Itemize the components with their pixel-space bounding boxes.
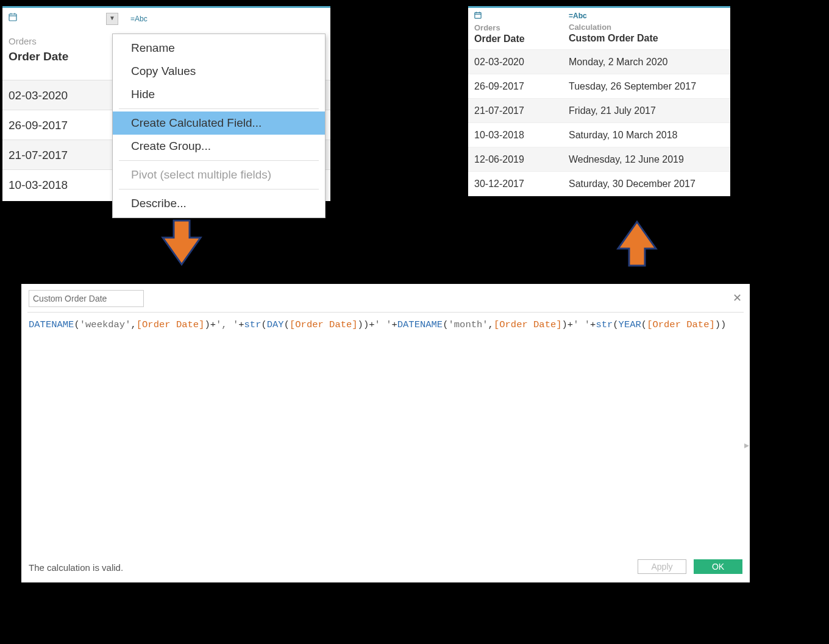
calculated-field-editor: Custom Order Date ✕ DATENAME('weekday',[… [21, 284, 750, 582]
cell-order-date: 10-03-2018 [468, 123, 563, 147]
table-row[interactable]: 02-03-2020Monday, 2 March 2020 [468, 50, 730, 74]
svg-rect-4 [475, 13, 481, 18]
arrow-up-icon [616, 219, 658, 267]
column-menu-dropdown[interactable]: ▼ [106, 13, 118, 25]
menu-item-copy[interactable]: Copy Values [113, 60, 325, 83]
menu-item-hide[interactable]: Hide [113, 83, 325, 106]
cell-custom-order-date: Monday, 2 March 2020 [563, 50, 730, 74]
arrow-down-icon [160, 219, 203, 267]
menu-item-rename[interactable]: Rename [113, 37, 325, 60]
menu-item-create-calculated-field[interactable]: Create Calculated Field... [113, 111, 325, 135]
calc-abc-type-icon: =Abc [130, 15, 148, 23]
expand-handle-icon[interactable]: ▸ [742, 436, 751, 455]
column-header-order-date[interactable]: ▼ Orders Order Date [2, 8, 124, 80]
calc-formula-editor[interactable]: DATENAME('weekday',[Order Date])+', '+st… [29, 319, 738, 330]
calc-status-text: The calculation is valid. [29, 562, 123, 573]
cell-custom-order-date: Saturday, 10 March 2018 [563, 123, 730, 147]
cell-custom-order-date: Saturday, 30 December 2017 [563, 172, 730, 196]
menu-separator [119, 108, 319, 109]
right-data-grid: Orders Order Date =Abc Calculation Custo… [468, 6, 730, 196]
calc-name-input[interactable]: Custom Order Date [29, 290, 144, 307]
apply-button[interactable]: Apply [638, 559, 686, 574]
column-source-label: Calculation [569, 23, 724, 32]
table-row[interactable]: 10-03-2018Saturday, 10 March 2018 [468, 123, 730, 147]
column-header-custom-order-date[interactable]: =Abc Calculation Custom Order Date [563, 8, 730, 50]
cell-order-date: 02-03-2020 [468, 50, 563, 74]
table-row[interactable]: 12-06-2019Wednesday, 12 June 2019 [468, 147, 730, 172]
cell-order-date: 21-07-2017 [468, 99, 563, 123]
left-data-grid: ▼ Orders Order Date =Abc 02-03-202026-09… [2, 6, 330, 201]
table-row[interactable]: 30-12-2017Saturday, 30 December 2017 [468, 172, 730, 196]
cell-order-date: 30-12-2017 [468, 172, 563, 196]
column-field-name: Custom Order Date [569, 33, 724, 44]
column-source-label: Orders [474, 23, 557, 32]
menu-item-describe[interactable]: Describe... [113, 192, 325, 215]
table-row[interactable]: 21-07-2017Friday, 21 July 2017 [468, 99, 730, 123]
menu-separator [119, 189, 319, 189]
cell-custom-order-date: Tuesday, 26 September 2017 [563, 74, 730, 99]
svg-rect-0 [9, 14, 16, 21]
column-header-order-date[interactable]: Orders Order Date [468, 8, 563, 50]
column-context-menu: Rename Copy Values Hide Create Calculate… [112, 34, 326, 218]
cell-custom-order-date: Wednesday, 12 June 2019 [563, 147, 730, 172]
column-field-name: Order Date [474, 34, 557, 44]
divider [27, 312, 744, 313]
date-type-icon [9, 15, 17, 23]
calc-abc-type-icon: =Abc [569, 12, 724, 20]
menu-item-pivot: Pivot (select multiple fields) [113, 163, 325, 186]
table-row[interactable]: 26-09-2017Tuesday, 26 September 2017 [468, 74, 730, 99]
close-icon[interactable]: ✕ [731, 292, 742, 303]
menu-separator [119, 160, 319, 161]
column-source-label: Orders [9, 36, 118, 46]
cell-custom-order-date: Friday, 21 July 2017 [563, 99, 730, 123]
column-field-name: Order Date [9, 50, 118, 63]
cell-order-date: 12-06-2019 [468, 147, 563, 172]
menu-item-create-group[interactable]: Create Group... [113, 135, 325, 158]
ok-button[interactable]: OK [694, 559, 742, 574]
cell-order-date: 26-09-2017 [468, 74, 563, 99]
